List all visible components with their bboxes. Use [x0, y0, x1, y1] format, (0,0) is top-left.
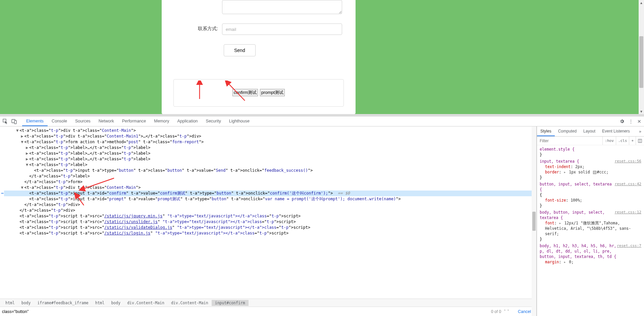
- breadcrumb-item[interactable]: input#confirm: [212, 300, 249, 306]
- test-button-box: confirm测试 prompt测试: [173, 79, 344, 107]
- dom-node[interactable]: </t-a">class="t-p">label>: [4, 173, 536, 179]
- cls-toggle[interactable]: .cls: [616, 137, 629, 145]
- send-button[interactable]: Send: [224, 44, 256, 56]
- find-prev-icon[interactable]: ˄: [504, 309, 506, 314]
- dom-node[interactable]: ▼<t-a">class="t-p">form action t-a">meth…: [4, 139, 536, 145]
- hov-toggle[interactable]: :hov: [602, 137, 616, 145]
- prompt-test-button[interactable]: prompt测试: [260, 89, 285, 96]
- close-devtools-icon[interactable]: ✕: [637, 119, 641, 124]
- elements-panel: ▼<t-a">class="t-p">div t-a">class="Conte…: [0, 126, 537, 316]
- devtools-tab-network[interactable]: Network: [95, 116, 118, 126]
- dom-node[interactable]: <t-a">class="t-p">input t-a">type="butto…: [4, 168, 536, 173]
- dom-node[interactable]: <t-a">class="t-p">input t-a">id="prompt"…: [4, 196, 536, 202]
- dom-node[interactable]: <t-a">class="t-p">script t-a">src="/stat…: [4, 230, 536, 236]
- devtools-tab-security[interactable]: Security: [202, 116, 225, 126]
- breadcrumb-item[interactable]: body: [108, 300, 124, 306]
- find-next-icon[interactable]: ˅: [507, 309, 509, 314]
- dom-node[interactable]: <t-a">class="t-p">script t-a">src="/stat…: [4, 225, 536, 230]
- scroll-up-icon[interactable]: ▲: [639, 0, 644, 5]
- textarea-label: [175, 0, 222, 2]
- breadcrumb-item[interactable]: html: [2, 300, 18, 306]
- form-card: 联系方式: Send confirm测试 prompt测试: [162, 0, 356, 114]
- dom-node[interactable]: </t-a">class="t-p">div>: [4, 202, 536, 208]
- dom-node[interactable]: <t-a">class="t-p">input t-a">id="confirm…: [4, 191, 536, 196]
- selected-node-actions-icon[interactable]: ⋯: [0, 191, 5, 196]
- dom-node[interactable]: ▼<t-a">class="t-p">label>: [4, 162, 536, 168]
- styles-tab-styles[interactable]: Styles: [537, 126, 555, 136]
- dom-node[interactable]: <t-a">class="t-p">script t-a">src="/stat…: [4, 219, 536, 225]
- inspect-element-icon[interactable]: [3, 119, 8, 124]
- css-rules[interactable]: element.style {}input, textarea {reset.c…: [537, 145, 644, 316]
- device-toolbar-icon[interactable]: [11, 119, 17, 124]
- devtools-tab-elements[interactable]: Elements: [22, 116, 48, 126]
- breadcrumb-item[interactable]: div.Content-Main: [124, 300, 168, 306]
- devtools-tab-console[interactable]: Console: [48, 116, 71, 126]
- viewport-scrollbar[interactable]: ▲ ▼: [639, 0, 644, 114]
- scroll-down-icon[interactable]: ▼: [639, 109, 644, 114]
- styles-tab-event-listeners[interactable]: Event Listeners: [599, 126, 633, 136]
- dom-node[interactable]: ▶<t-a">class="t-p">label>…</t-a">class="…: [4, 156, 536, 162]
- devtools: ElementsConsoleSourcesNetworkPerformance…: [0, 116, 644, 316]
- find-count: 0 of 0: [491, 309, 501, 314]
- new-rule-button[interactable]: +: [629, 137, 636, 145]
- email-input[interactable]: [222, 23, 342, 35]
- breadcrumb-item[interactable]: html: [92, 300, 108, 306]
- dom-node[interactable]: <t-a">class="t-p">script t-a">src="/stat…: [4, 213, 536, 219]
- scroll-thumb[interactable]: [639, 36, 643, 88]
- devtools-tab-memory[interactable]: Memory: [150, 116, 173, 126]
- breadcrumb-item[interactable]: div.Content-Main: [168, 300, 212, 306]
- find-bar: 0 of 0 ˄˅ Cancel: [0, 307, 536, 316]
- styles-tab-computed[interactable]: Computed: [555, 126, 580, 136]
- devtools-tab-performance[interactable]: Performance: [118, 116, 150, 126]
- dom-node[interactable]: ▼<t-a">class="t-p">div t-a">class="Conte…: [4, 185, 536, 191]
- styles-more-icon[interactable]: [636, 137, 644, 145]
- devtools-toolbar: ElementsConsoleSourcesNetworkPerformance…: [0, 116, 644, 126]
- styles-panel: StylesComputedLayoutEvent Listeners» :ho…: [537, 126, 644, 316]
- more-menu-icon[interactable]: ⋮: [629, 119, 633, 124]
- devtools-tab-application[interactable]: Application: [173, 116, 202, 126]
- dom-node[interactable]: ▶<t-a">class="t-p">label>…</t-a">class="…: [4, 151, 536, 156]
- breadcrumb-item[interactable]: body: [18, 300, 34, 306]
- dom-node[interactable]: ▼<t-a">class="t-p">div t-a">class="Conte…: [4, 128, 536, 134]
- dom-node[interactable]: </t-a">class="t-p">div>: [4, 208, 536, 213]
- devtools-tab-sources[interactable]: Sources: [71, 116, 95, 126]
- elements-scrollbar[interactable]: [532, 126, 536, 316]
- dom-node[interactable]: ▶<t-a">class="t-p">div t-a">class="Conte…: [4, 134, 536, 139]
- settings-gear-icon[interactable]: [619, 119, 625, 124]
- dom-node[interactable]: ▶<t-a">class="t-p">label>…</t-a">class="…: [4, 145, 536, 151]
- find-input[interactable]: [2, 308, 488, 315]
- feedback-textarea[interactable]: [222, 0, 342, 14]
- breadcrumb-item[interactable]: iframe#feedback_iframe: [34, 300, 92, 306]
- svg-rect-4: [14, 120, 16, 124]
- dom-tree[interactable]: ▼<t-a">class="t-p">div t-a">class="Conte…: [0, 126, 536, 299]
- styles-tab-layout[interactable]: Layout: [580, 126, 599, 136]
- page-viewport: 联系方式: Send confirm测试 prompt测试 ▲ ▼: [0, 0, 644, 114]
- breadcrumb[interactable]: htmlbodyiframe#feedback_iframehtmlbodydi…: [0, 299, 536, 307]
- styles-filter-input[interactable]: [537, 139, 602, 143]
- contact-label: 联系方式:: [175, 23, 222, 32]
- devtools-tab-lighthouse[interactable]: Lighthouse: [225, 116, 254, 126]
- styles-tabs-overflow-icon[interactable]: »: [636, 129, 644, 134]
- confirm-test-button[interactable]: confirm测试: [232, 89, 258, 96]
- dom-node[interactable]: </t-a">class="t-p">form>: [4, 179, 536, 185]
